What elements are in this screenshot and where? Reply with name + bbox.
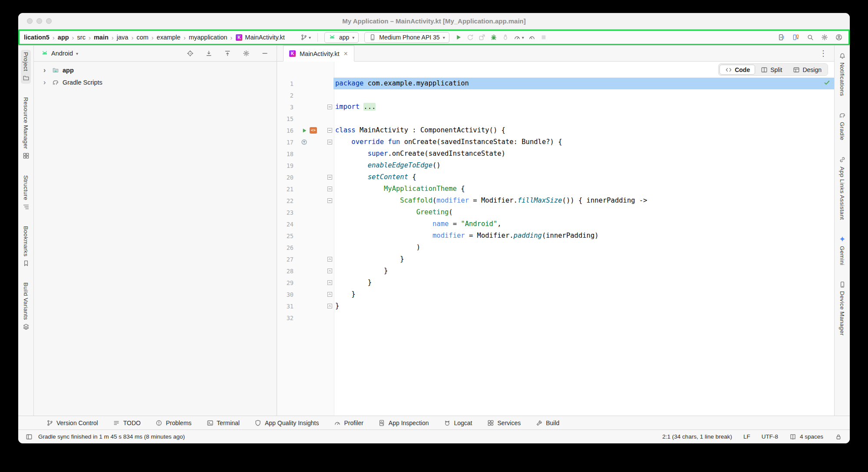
breadcrumb-myapplication[interactable]: myapplication (188, 33, 228, 42)
profile-low-overhead-button[interactable] (526, 32, 538, 43)
line-number[interactable]: 16 (277, 127, 298, 134)
layout-icon[interactable] (25, 433, 33, 440)
device-select[interactable]: Medium Phone API 35 ▾ (364, 32, 449, 43)
code-text[interactable]: Scaffold(modifier = Modifier.fillMaxSize… (333, 195, 834, 206)
line-number[interactable]: 32 (277, 315, 298, 321)
line-number[interactable]: 31 (277, 303, 298, 310)
tool-stripe-app-links-assistant[interactable]: App Links Assistant (837, 154, 847, 222)
code-text[interactable]: Greeting( (333, 206, 834, 218)
close-window-button[interactable] (27, 18, 33, 24)
code-text[interactable]: class MainActivity : ComponentActivity()… (333, 125, 834, 136)
view-mode-split[interactable]: Split (755, 65, 787, 75)
settings-button[interactable] (818, 32, 830, 43)
layout-inspector-button[interactable] (790, 32, 802, 43)
code-text[interactable]: override fun onCreate(savedInstanceState… (333, 136, 834, 148)
line-number[interactable]: 28 (277, 268, 298, 275)
tool-stripe-build-variants[interactable]: Build Variants (21, 280, 31, 333)
code-text[interactable]: enableEdgeToEdge() (333, 160, 834, 171)
line-number[interactable]: 20 (277, 174, 298, 181)
tool-window-button-version-control[interactable]: Version Control (46, 419, 98, 426)
code-text[interactable]: import ... (333, 101, 834, 113)
account-button[interactable] (833, 32, 845, 43)
fold-end-icon[interactable] (326, 292, 333, 297)
tool-stripe-gemini[interactable]: Gemini (837, 233, 847, 268)
line-number[interactable]: 17 (277, 139, 298, 146)
fold-start-icon[interactable] (326, 198, 333, 203)
attach-debugger-button[interactable] (500, 32, 512, 43)
caret-position-widget[interactable]: 2:1 (34 chars, 1 line break) (662, 433, 732, 440)
code-editor[interactable]: 1package com.example.myapplication23impo… (277, 62, 834, 416)
running-devices-button[interactable] (776, 32, 787, 43)
fold-end-icon[interactable] (326, 304, 333, 308)
tool-stripe-project[interactable]: Project (21, 50, 31, 84)
line-number[interactable]: 3 (277, 104, 298, 111)
vcs-widget-button[interactable]: ▾ (298, 32, 313, 43)
line-number[interactable]: 15 (277, 115, 298, 122)
fold-start-icon[interactable] (326, 105, 333, 109)
fold-start-icon[interactable] (326, 128, 333, 133)
tree-item-app[interactable]: › app (34, 64, 277, 76)
chevron-right-icon[interactable]: › (43, 67, 48, 74)
tool-stripe-gradle[interactable]: Gradle (837, 109, 847, 142)
breadcrumb-src[interactable]: src (77, 33, 86, 42)
profiler-button[interactable]: ▾ (512, 32, 526, 43)
tool-window-button-profiler[interactable]: Profiler (333, 419, 363, 426)
tool-window-button-terminal[interactable]: Terminal (206, 419, 240, 426)
tool-window-button-todo[interactable]: TODO (113, 419, 141, 426)
breadcrumb-example[interactable]: example (156, 33, 181, 42)
view-mode-design[interactable]: Design (787, 65, 827, 75)
tool-stripe-bookmarks[interactable]: Bookmarks (21, 224, 31, 269)
code-text[interactable]: name = "Android", (333, 218, 834, 230)
breadcrumb-main[interactable]: main (93, 33, 109, 42)
fold-end-icon[interactable] (326, 269, 333, 273)
line-number[interactable]: 30 (277, 291, 298, 298)
line-number[interactable]: 19 (277, 162, 298, 169)
code-text[interactable]: } (333, 253, 834, 265)
tool-stripe-device-manager[interactable]: Device Manager (837, 279, 847, 338)
stop-button[interactable] (538, 32, 550, 43)
code-text[interactable]: MyApplicationTheme { (333, 183, 834, 195)
line-number[interactable]: 22 (277, 197, 298, 204)
code-text[interactable]: modifier = Modifier.padding(innerPadding… (333, 230, 834, 242)
fold-end-icon[interactable] (326, 257, 333, 262)
breadcrumb-java[interactable]: java (116, 33, 129, 42)
indent-widget[interactable]: 4 spaces (789, 433, 823, 440)
line-number[interactable]: 23 (277, 209, 298, 216)
breadcrumb-com[interactable]: com (136, 33, 149, 42)
run-configuration-select[interactable]: app ▾ (324, 32, 359, 43)
code-text[interactable]: } (333, 288, 834, 300)
line-separator-widget[interactable]: LF (743, 433, 750, 440)
check-icon[interactable] (824, 79, 830, 86)
view-mode-code[interactable]: Code (719, 65, 755, 75)
tree-item-gradle-scripts[interactable]: › Gradle Scripts (34, 76, 277, 88)
line-number[interactable]: 1 (277, 80, 298, 87)
code-text[interactable]: } (333, 300, 834, 312)
tool-stripe-resource-manager[interactable]: Resource Manager (21, 95, 31, 162)
line-number[interactable]: 21 (277, 186, 298, 193)
tool-window-button-logcat[interactable]: Logcat (443, 419, 472, 426)
chevron-right-icon[interactable]: › (43, 79, 48, 86)
tool-window-button-app-quality-insights[interactable]: App Quality Insights (254, 419, 319, 426)
line-number[interactable]: 27 (277, 256, 298, 263)
breadcrumb-mainactivity-kt[interactable]: KMainActivity.kt (235, 33, 285, 42)
apply-changes-button[interactable] (465, 32, 476, 43)
tab-mainactivity[interactable]: K MainActivity.kt × (283, 46, 354, 62)
code-text[interactable]: ) (333, 242, 834, 253)
run-button[interactable] (453, 32, 465, 43)
kebab-icon[interactable]: ⋮ (817, 49, 830, 57)
line-number[interactable]: 24 (277, 221, 298, 228)
fold-start-icon[interactable] (326, 175, 333, 180)
encoding-widget[interactable]: UTF-8 (762, 433, 778, 440)
breadcrumb-app[interactable]: app (57, 33, 69, 42)
line-number[interactable]: 26 (277, 244, 298, 251)
line-number[interactable]: 25 (277, 233, 298, 239)
tool-stripe-notifications[interactable]: Notifications (837, 50, 847, 98)
tool-stripe-structure[interactable]: Structure (21, 173, 31, 213)
line-number[interactable]: 18 (277, 151, 298, 157)
hide-panel-button[interactable] (259, 48, 271, 59)
search-everywhere-button[interactable] (804, 32, 816, 43)
select-opened-file-button[interactable] (184, 48, 196, 59)
breadcrumb-lication5[interactable]: lication5 (23, 33, 50, 42)
code-text[interactable]: } (333, 265, 834, 277)
fold-start-icon[interactable] (326, 140, 333, 144)
